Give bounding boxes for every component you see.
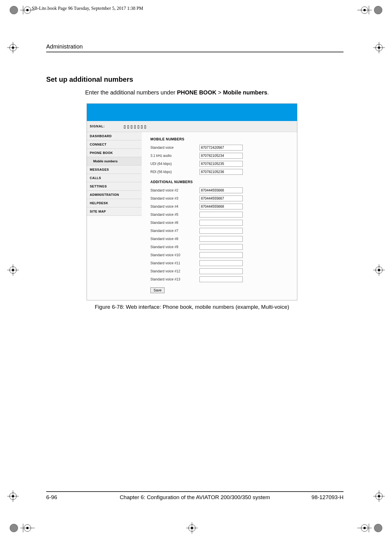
crop-mark-icon — [372, 263, 386, 277]
crop-mark-icon — [372, 489, 386, 503]
mobile-number-row: Standard voice — [150, 145, 291, 150]
body-text: Enter the additional numbers under PHONE… — [85, 89, 344, 96]
svg-point-21 — [12, 269, 14, 271]
nav-sitemap[interactable]: SITE MAP — [87, 207, 142, 216]
nav-calls[interactable]: CALLS — [87, 174, 142, 182]
additional-number-input[interactable] — [199, 252, 243, 258]
svg-point-13 — [12, 47, 14, 49]
svg-point-30 — [26, 527, 29, 529]
additional-number-row: Standard voice #8 — [150, 236, 291, 242]
svg-point-17 — [378, 47, 380, 49]
additional-number-row: Standard voice #10 — [150, 252, 291, 258]
footer-chapter: Chapter 6: Configuration of the AVIATOR … — [104, 494, 286, 501]
mobile-number-row: UDI (64 kbps) — [150, 161, 291, 167]
crop-mark-icon — [372, 40, 386, 55]
nav-connect[interactable]: CONNECT — [87, 140, 142, 149]
additional-number-input[interactable] — [199, 236, 243, 242]
nav-messages[interactable]: MESSAGES — [87, 166, 142, 174]
body-text-bold-mobilenumbers: Mobile numbers — [223, 89, 267, 96]
mobile-number-input[interactable] — [199, 153, 243, 159]
mobile-number-input[interactable] — [199, 145, 243, 150]
additional-number-label: Standard voice #7 — [150, 229, 199, 233]
body-text-suffix: . — [267, 89, 269, 96]
webui-content: MOBILE NUMBERS Standard voice3.1 kHz aud… — [142, 132, 297, 300]
webui-screenshot: SIGNAL: ▯▯▯▯▯▯▯ DASHBOARD CONNECT PHONE … — [87, 103, 297, 300]
additional-number-input[interactable] — [199, 220, 243, 226]
additional-number-input[interactable] — [199, 196, 243, 201]
additional-number-label: Standard voice #3 — [150, 196, 199, 200]
additional-number-row: Standard voice #11 — [150, 260, 291, 266]
nav-settings[interactable]: SETTINGS — [87, 182, 142, 191]
figure-caption: Figure 6-78: Web interface: Phone book, … — [85, 304, 299, 310]
nav-mobile-numbers[interactable]: Mobile numbers — [87, 157, 142, 166]
svg-point-39 — [191, 527, 193, 529]
crop-mark-icon — [357, 3, 383, 17]
mobile-number-row: 3.1 kHz audio — [150, 153, 291, 159]
additional-number-input[interactable] — [199, 244, 243, 250]
svg-point-47 — [378, 495, 380, 497]
body-text-prefix: Enter the additional numbers under — [85, 89, 177, 96]
webui-header-bar — [87, 104, 297, 121]
body-text-sep: > — [216, 89, 223, 96]
additional-number-input[interactable] — [199, 228, 243, 234]
svg-point-9 — [363, 9, 366, 11]
svg-point-31 — [374, 524, 382, 532]
additional-number-row: Standard voice #3 — [150, 196, 291, 201]
running-head: Administration — [46, 43, 344, 52]
mobile-number-input[interactable] — [199, 169, 243, 175]
mobile-number-label: RDI (56 kbps) — [150, 170, 199, 174]
additional-number-input[interactable] — [199, 212, 243, 217]
svg-point-26 — [10, 524, 18, 532]
crop-mark-icon — [6, 263, 20, 277]
additional-number-input[interactable] — [199, 276, 243, 282]
additional-number-row: Standard voice #2 — [150, 187, 291, 193]
additional-number-row: Standard voice #7 — [150, 228, 291, 234]
mobile-number-row: RDI (56 kbps) — [150, 169, 291, 175]
additional-number-row: Standard voice #4 — [150, 204, 291, 209]
section-title: Set up additional numbers — [46, 75, 344, 83]
webui-body: DASHBOARD CONNECT PHONE BOOK Mobile numb… — [87, 132, 297, 300]
additional-number-label: Standard voice #12 — [150, 269, 199, 273]
additional-number-input[interactable] — [199, 187, 243, 193]
nav-dashboard[interactable]: DASHBOARD — [87, 132, 142, 140]
additional-number-row: Standard voice #12 — [150, 268, 291, 274]
page-content: Administration Set up additional numbers… — [46, 43, 344, 310]
additional-number-label: Standard voice #6 — [150, 221, 199, 225]
additional-number-label: Standard voice #5 — [150, 213, 199, 217]
body-text-bold-phonebook: PHONE BOOK — [177, 89, 216, 96]
crop-mark-icon — [6, 40, 20, 55]
additional-number-input[interactable] — [199, 268, 243, 274]
additional-number-row: Standard voice #5 — [150, 212, 291, 217]
svg-point-43 — [12, 495, 14, 497]
mobile-number-label: 3.1 kHz audio — [150, 154, 199, 158]
page-footer: 6-96 Chapter 6: Configuration of the AVI… — [46, 491, 344, 501]
heading-mobile-numbers: MOBILE NUMBERS — [150, 137, 291, 141]
additional-number-row: Standard voice #13 — [150, 276, 291, 282]
mobile-number-label: Standard voice — [150, 146, 199, 150]
nav-phonebook[interactable]: PHONE BOOK — [87, 149, 142, 157]
nav-helpdesk[interactable]: HELPDESK — [87, 199, 142, 207]
mobile-number-input[interactable] — [199, 161, 243, 167]
nav-administration[interactable]: ADMINISTRATION — [87, 191, 142, 199]
footer-page-number: 6-96 — [46, 494, 104, 501]
additional-number-input[interactable] — [199, 204, 243, 209]
svg-point-25 — [378, 269, 380, 271]
mobile-number-label: UDI (64 kbps) — [150, 162, 199, 166]
additional-number-row: Standard voice #9 — [150, 244, 291, 250]
additional-number-label: Standard voice #13 — [150, 277, 199, 281]
save-button[interactable]: Save — [150, 287, 165, 293]
crop-mark-icon — [9, 521, 35, 535]
svg-point-0 — [10, 6, 18, 14]
figure: SIGNAL: ▯▯▯▯▯▯▯ DASHBOARD CONNECT PHONE … — [85, 103, 299, 310]
additional-number-label: Standard voice #10 — [150, 253, 199, 257]
additional-number-row: Standard voice #6 — [150, 220, 291, 226]
additional-number-label: Standard voice #11 — [150, 261, 199, 265]
crop-mark-icon — [357, 521, 383, 535]
heading-additional-numbers: ADDITIONAL NUMBERS — [150, 180, 291, 184]
signal-label: SIGNAL: — [90, 124, 105, 128]
crop-mark-icon — [6, 489, 20, 503]
svg-point-5 — [374, 6, 382, 14]
svg-point-4 — [26, 9, 29, 11]
additional-number-input[interactable] — [199, 260, 243, 266]
additional-number-label: Standard voice #8 — [150, 237, 199, 241]
